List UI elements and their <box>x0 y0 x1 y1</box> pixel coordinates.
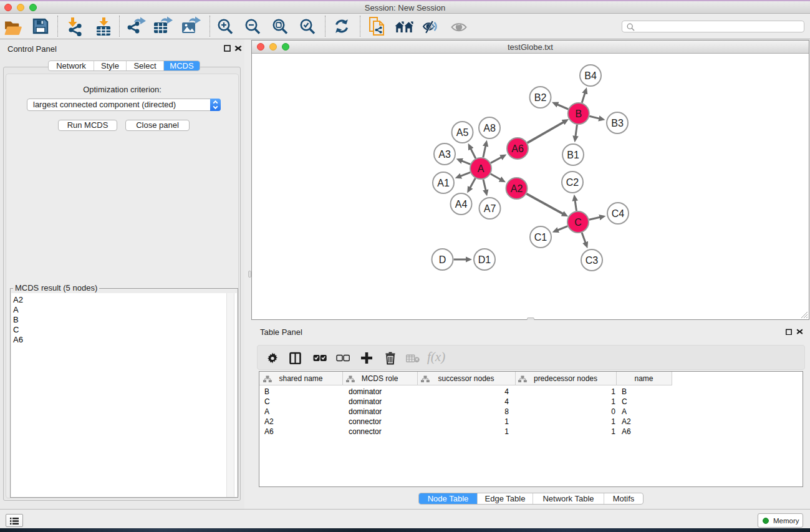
svg-text:A: A <box>478 163 485 174</box>
svg-text:B4: B4 <box>584 70 597 81</box>
svg-text:B2: B2 <box>534 92 547 103</box>
svg-text:A5: A5 <box>456 127 469 138</box>
svg-text:C3: C3 <box>586 255 599 266</box>
svg-text:A7: A7 <box>484 203 496 214</box>
svg-text:C1: C1 <box>534 232 547 243</box>
svg-text:C2: C2 <box>566 177 579 188</box>
svg-text:A2: A2 <box>511 183 523 194</box>
svg-text:C: C <box>574 217 582 228</box>
svg-text:A4: A4 <box>455 199 468 210</box>
svg-text:D: D <box>439 254 446 265</box>
svg-text:B: B <box>575 109 582 119</box>
svg-text:A3: A3 <box>438 149 451 160</box>
svg-text:A1: A1 <box>437 178 450 188</box>
svg-text:A8: A8 <box>483 123 496 133</box>
svg-text:B3: B3 <box>611 118 624 128</box>
svg-text:C4: C4 <box>612 208 625 219</box>
svg-text:B1: B1 <box>567 150 579 160</box>
svg-text:D1: D1 <box>478 254 491 265</box>
svg-text:A6: A6 <box>511 143 524 154</box>
